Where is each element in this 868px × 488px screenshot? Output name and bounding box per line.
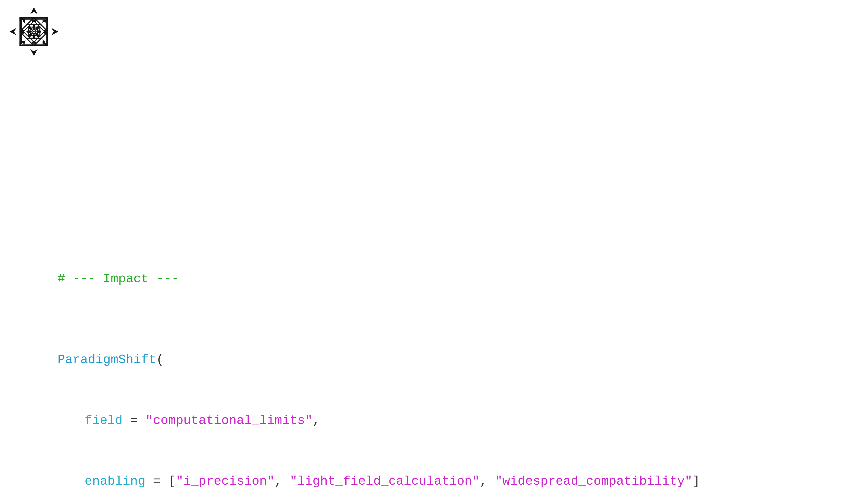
enabling-param: enabling — [85, 474, 145, 488]
svg-rect-31 — [32, 20, 36, 22]
comment-line: # --- Impact --- — [27, 249, 700, 309]
comment-text: # --- Impact --- — [57, 271, 179, 286]
svg-rect-33 — [22, 30, 24, 34]
svg-point-18 — [33, 31, 35, 33]
sep-1: , — [275, 474, 290, 488]
svg-rect-28 — [43, 20, 45, 22]
svg-point-21 — [26, 31, 31, 33]
code-block: # --- Impact --- ParadigmShift( field = … — [27, 249, 700, 488]
svg-rect-40 — [20, 42, 21, 46]
open-paren: ( — [156, 352, 164, 367]
svg-point-22 — [36, 31, 41, 33]
svg-point-20 — [33, 34, 35, 39]
string-2: "light_field_calculation" — [290, 474, 480, 488]
field-param: field — [85, 413, 123, 428]
blank-line-1 — [27, 309, 700, 330]
sep-2: , — [480, 474, 495, 488]
svg-rect-36 — [20, 17, 21, 21]
string-1: "i_precision" — [176, 474, 275, 488]
equals-2: = — [145, 474, 168, 488]
svg-rect-34 — [44, 30, 46, 34]
string-3: "widespread_compatibility" — [495, 474, 692, 488]
comma-1: , — [313, 413, 320, 428]
function-name: ParadigmShift — [57, 352, 156, 367]
svg-rect-32 — [32, 41, 36, 43]
svg-point-19 — [33, 24, 35, 29]
svg-marker-2 — [30, 49, 38, 56]
field-param-line: field = "computational_limits", — [27, 390, 700, 451]
svg-rect-30 — [43, 41, 45, 43]
array-close: ] — [692, 474, 700, 488]
logo-svg — [9, 7, 59, 57]
enabling-param-line: enabling = ["i_precision", "light_field_… — [27, 451, 700, 488]
logo — [9, 7, 59, 57]
svg-marker-0 — [30, 7, 38, 14]
field-value: "computational_limits" — [145, 413, 312, 428]
svg-rect-29 — [23, 41, 25, 43]
function-call-line: ParadigmShift( — [27, 329, 700, 390]
svg-marker-1 — [51, 28, 58, 35]
svg-marker-3 — [9, 28, 17, 35]
svg-rect-27 — [23, 20, 25, 22]
equals-1: = — [123, 413, 145, 428]
svg-rect-38 — [47, 17, 49, 21]
svg-rect-42 — [47, 42, 49, 46]
array-open: [ — [168, 474, 176, 488]
